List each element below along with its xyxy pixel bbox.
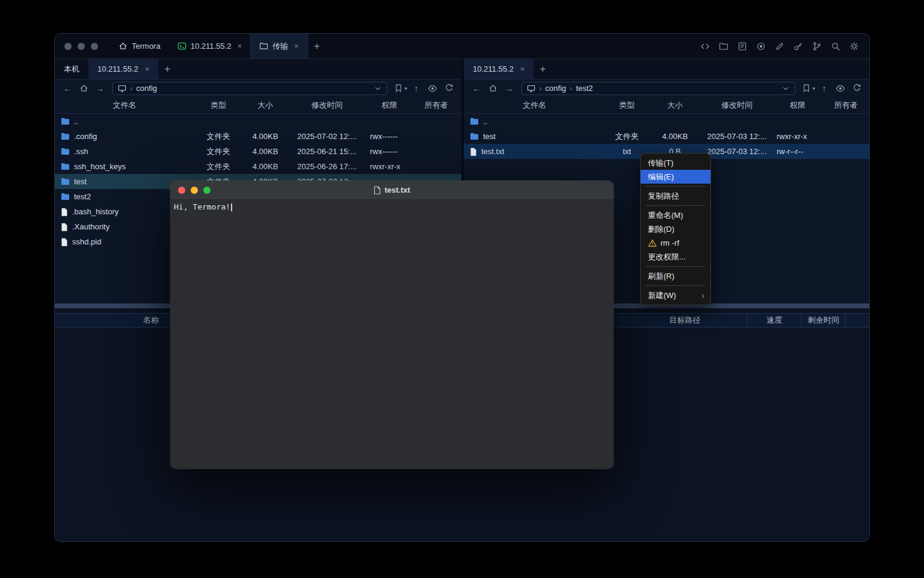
record-icon[interactable] bbox=[756, 41, 766, 52]
menu-item-edit[interactable]: 编辑(E) bbox=[641, 170, 710, 184]
minimize-window-button[interactable] bbox=[78, 43, 85, 50]
table-row[interactable]: ssh_host_keys 文件夹4.00KB2025-06-26 17:...… bbox=[55, 159, 461, 174]
parent-dir-button[interactable]: ↑ bbox=[817, 82, 831, 95]
refresh-button[interactable] bbox=[849, 82, 864, 95]
tab-local[interactable]: 本机 bbox=[55, 59, 88, 79]
close-tab-icon[interactable]: × bbox=[520, 64, 525, 73]
folder-icon bbox=[61, 117, 70, 125]
folder-icon bbox=[61, 163, 70, 170]
table-row[interactable]: .config 文件夹4.00KB2025-07-02 12:...rwx---… bbox=[55, 129, 461, 144]
folder-icon[interactable] bbox=[718, 41, 729, 52]
folder-icon bbox=[259, 42, 268, 50]
transfer-column-destination: 目标路径 bbox=[622, 314, 747, 327]
eye-icon bbox=[836, 84, 845, 93]
log-icon[interactable] bbox=[737, 41, 748, 52]
path-breadcrumb[interactable]: › config bbox=[112, 82, 387, 95]
menu-item-rename[interactable]: 重命名(M) bbox=[641, 208, 710, 222]
column-header-type[interactable]: 类型 bbox=[194, 100, 242, 111]
column-header-mtime[interactable]: 修改时间 bbox=[701, 100, 772, 111]
menu-separator bbox=[645, 186, 706, 187]
caret-down-icon: ▾ bbox=[812, 85, 815, 92]
computer-icon bbox=[527, 84, 535, 93]
column-header-mtime[interactable]: 修改时间 bbox=[288, 100, 366, 111]
close-tab-icon[interactable]: × bbox=[294, 42, 299, 51]
settings-icon[interactable] bbox=[849, 41, 860, 52]
chevron-down-icon[interactable] bbox=[374, 84, 382, 93]
tab-remote-host[interactable]: 10.211.55.2 × bbox=[464, 59, 534, 79]
close-tab-icon[interactable]: × bbox=[145, 64, 150, 73]
menu-item-delete[interactable]: 删除(D) bbox=[641, 222, 710, 236]
column-header-type[interactable]: 类型 bbox=[605, 100, 648, 111]
back-button[interactable]: ← bbox=[60, 82, 75, 95]
home-button[interactable] bbox=[76, 82, 91, 95]
submenu-arrow-icon: › bbox=[701, 291, 704, 300]
tab-label: Termora bbox=[132, 42, 161, 51]
column-header-size[interactable]: 大小 bbox=[648, 100, 701, 111]
search-icon[interactable] bbox=[830, 41, 841, 52]
branch-icon[interactable] bbox=[812, 41, 822, 52]
breadcrumb-segment: config bbox=[136, 84, 157, 93]
new-tab-button[interactable]: + bbox=[308, 34, 326, 58]
column-header-size[interactable]: 大小 bbox=[242, 100, 288, 111]
menu-item-copy-path[interactable]: 复制路径 bbox=[641, 189, 710, 203]
titlebar-actions bbox=[700, 34, 869, 58]
breadcrumb-separator: › bbox=[539, 84, 541, 93]
tab-transfer[interactable]: 传输 × bbox=[250, 34, 308, 58]
terminal-host-icon bbox=[177, 42, 186, 51]
traffic-lights bbox=[55, 34, 110, 58]
new-panel-tab-button[interactable]: + bbox=[534, 59, 552, 79]
home-button[interactable] bbox=[485, 82, 500, 95]
editor-text-area[interactable]: Hi, Termora! bbox=[170, 200, 614, 469]
bookmark-button[interactable]: ▾ bbox=[801, 82, 815, 95]
column-header-owner[interactable]: 所有者 bbox=[413, 100, 459, 111]
bookmark-button[interactable]: ▾ bbox=[393, 82, 407, 95]
caret-down-icon: ▾ bbox=[404, 85, 407, 92]
column-header-name[interactable]: 文件名 bbox=[55, 100, 194, 111]
maximize-window-button[interactable] bbox=[91, 43, 98, 50]
forward-button[interactable]: → bbox=[502, 82, 516, 95]
menu-item-change-permissions[interactable]: 更改权限... bbox=[641, 250, 710, 264]
right-panel-tabs: 10.211.55.2 × + bbox=[464, 59, 869, 79]
column-header-perm[interactable]: 权限 bbox=[772, 100, 823, 111]
tab-remote-host[interactable]: 10.211.55.2 × bbox=[88, 59, 158, 79]
refresh-icon bbox=[445, 84, 454, 93]
table-row[interactable]: test 文件夹4.00KB2025-07-03 12:...rwxr-xr-x bbox=[464, 129, 869, 144]
editor-titlebar[interactable]: test.txt bbox=[170, 181, 614, 200]
close-window-button[interactable] bbox=[64, 43, 72, 50]
right-table-header: 文件名 类型 大小 修改时间 权限 所有者 bbox=[464, 97, 869, 114]
refresh-button[interactable] bbox=[442, 82, 456, 95]
column-header-owner[interactable]: 所有者 bbox=[823, 100, 869, 111]
menu-item-rm-rf[interactable]: rm -rf bbox=[641, 236, 710, 250]
menu-item-new[interactable]: 新建(W) › bbox=[641, 288, 710, 302]
path-breadcrumb[interactable]: › config › test2 bbox=[522, 82, 795, 95]
menu-item-transfer[interactable]: 传输(T) bbox=[641, 156, 710, 170]
code-icon[interactable] bbox=[700, 41, 710, 52]
transfer-column-spacer bbox=[845, 314, 869, 327]
editor-traffic-lights bbox=[170, 187, 211, 194]
close-button[interactable] bbox=[178, 187, 185, 194]
chevron-down-icon[interactable] bbox=[781, 84, 790, 93]
tab-host-10-211-55-2[interactable]: 10.211.55.2 × bbox=[169, 34, 250, 58]
show-hidden-button[interactable] bbox=[425, 82, 440, 95]
left-panel-tabs: 本机 10.211.55.2 × + bbox=[55, 59, 461, 79]
column-header-perm[interactable]: 权限 bbox=[366, 100, 413, 111]
show-hidden-button[interactable] bbox=[833, 82, 848, 95]
table-row[interactable]: .ssh 文件夹4.00KB2025-06-21 15:...rwx------ bbox=[55, 144, 461, 159]
column-header-name[interactable]: 文件名 bbox=[464, 100, 605, 111]
file-icon bbox=[61, 208, 68, 216]
parent-dir-button[interactable]: ↑ bbox=[409, 82, 424, 95]
pen-icon[interactable] bbox=[774, 41, 785, 52]
tab-termora-home[interactable]: Termora bbox=[110, 34, 169, 58]
text-cursor bbox=[231, 204, 232, 211]
forward-button[interactable]: → bbox=[93, 82, 107, 95]
new-panel-tab-button[interactable]: + bbox=[158, 59, 176, 79]
menu-item-refresh[interactable]: 刷新(R) bbox=[641, 269, 710, 283]
key-icon[interactable] bbox=[793, 41, 804, 52]
file-icon bbox=[61, 223, 68, 231]
table-row[interactable]: .. bbox=[55, 114, 461, 129]
table-row[interactable]: .. bbox=[464, 114, 869, 129]
close-tab-icon[interactable]: × bbox=[237, 42, 242, 51]
maximize-button[interactable] bbox=[203, 187, 211, 194]
minimize-button[interactable] bbox=[191, 187, 198, 194]
back-button[interactable]: ← bbox=[469, 82, 484, 95]
